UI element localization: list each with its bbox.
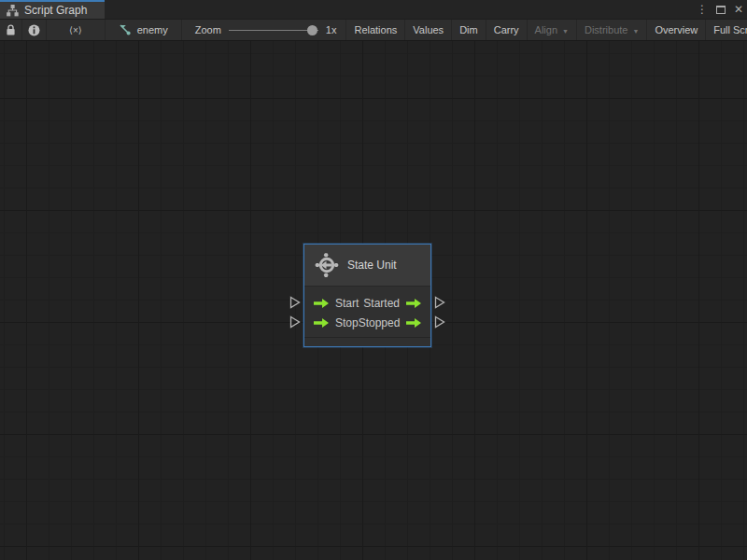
- relations-label: Relations: [354, 24, 397, 35]
- relations-button[interactable]: Relations: [345, 20, 404, 40]
- graph-reference[interactable]: enemy: [106, 20, 182, 40]
- tab-script-graph[interactable]: Script Graph: [0, 0, 105, 19]
- zoom-control: Zoom 1x: [182, 20, 346, 40]
- values-button[interactable]: Values: [404, 20, 451, 40]
- align-label: Align: [535, 24, 557, 35]
- node-ports: Start Started Stop Stopped: [304, 287, 430, 337]
- port-row-start: Start Started: [304, 293, 430, 313]
- flow-arrow-icon: [313, 298, 330, 309]
- zoom-value: 1x: [326, 24, 337, 35]
- lock-icon: [6, 24, 16, 36]
- chevron-down-icon: ▼: [562, 28, 569, 35]
- output-port-started[interactable]: [434, 296, 445, 309]
- pin-label-stop: Stop: [335, 316, 359, 329]
- connections-toggle-button[interactable]: ⟨×⟩: [47, 20, 106, 40]
- carry-label: Carry: [494, 24, 519, 35]
- tab-bar: Script Graph ⋮ ✕: [0, 0, 747, 19]
- toolbar-right-group: Relations Values Dim Carry Align ▼ Distr…: [345, 20, 747, 40]
- zoom-label: Zoom: [195, 24, 221, 35]
- distribute-button[interactable]: Distribute ▼: [576, 20, 646, 40]
- fullscreen-label: Full Screen: [713, 24, 747, 35]
- flow-graph-icon: [119, 23, 132, 36]
- input-port-stop[interactable]: [289, 315, 301, 329]
- output-port-stopped[interactable]: [434, 315, 445, 329]
- state-unit-icon: [315, 253, 339, 277]
- pin-stop[interactable]: Stop: [313, 316, 359, 329]
- state-unit-node[interactable]: State Unit Start Started: [303, 244, 431, 347]
- input-port-start[interactable]: [289, 296, 301, 309]
- align-button[interactable]: Align ▼: [527, 20, 576, 40]
- dim-label: Dim: [459, 24, 478, 35]
- info-icon: [28, 24, 40, 36]
- distribute-label: Distribute: [585, 24, 627, 35]
- lock-button[interactable]: [0, 20, 22, 40]
- connections-glyph: ⟨×⟩: [69, 25, 82, 35]
- fullscreen-button[interactable]: Full Screen: [705, 20, 747, 40]
- node-title: State Unit: [347, 259, 397, 272]
- node-footer: [304, 337, 430, 346]
- zoom-slider[interactable]: [229, 25, 318, 35]
- zoom-slider-handle[interactable]: [307, 25, 317, 35]
- maximize-icon[interactable]: [716, 6, 726, 14]
- flow-arrow-icon: [405, 298, 422, 309]
- flow-arrow-icon: [405, 317, 422, 329]
- pin-label-start: Start: [335, 297, 359, 310]
- graph-toolbar: ⟨×⟩ enemy Zoom 1x Relations Values Dim C…: [0, 19, 747, 41]
- window-controls: ⋮ ✕: [697, 0, 743, 19]
- script-graph-icon: [7, 5, 19, 17]
- chevron-down-icon: ▼: [632, 28, 639, 35]
- info-button[interactable]: [22, 20, 47, 40]
- overview-label: Overview: [655, 24, 698, 35]
- pin-start[interactable]: Start: [313, 297, 359, 310]
- window-menu-icon[interactable]: ⋮: [697, 4, 708, 15]
- close-icon[interactable]: ✕: [734, 4, 743, 15]
- tab-label: Script Graph: [24, 4, 87, 17]
- pin-started[interactable]: Started: [363, 297, 422, 310]
- graph-name: enemy: [137, 24, 168, 35]
- graph-canvas[interactable]: State Unit Start Started: [0, 41, 747, 560]
- flow-arrow-icon: [313, 317, 330, 329]
- overview-button[interactable]: Overview: [646, 20, 705, 40]
- values-label: Values: [413, 24, 444, 35]
- node-header[interactable]: State Unit: [304, 245, 430, 287]
- pin-stopped[interactable]: Stopped: [359, 316, 423, 329]
- dim-button[interactable]: Dim: [451, 20, 486, 40]
- port-row-stop: Stop Stopped: [304, 313, 430, 332]
- pin-label-started: Started: [363, 297, 400, 310]
- pin-label-stopped: Stopped: [359, 316, 401, 329]
- carry-button[interactable]: Carry: [486, 20, 527, 40]
- zoom-slider-track: [229, 30, 318, 31]
